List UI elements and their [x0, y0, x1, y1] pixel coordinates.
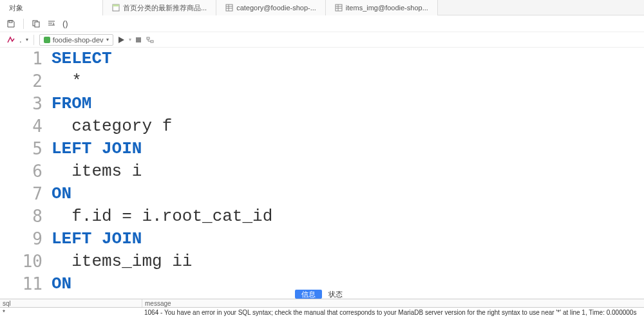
line-number: 1 [0, 48, 52, 70]
code-content[interactable]: category f [52, 115, 172, 138]
chevron-down-icon[interactable]: ▾ [26, 37, 28, 42]
svg-rect-18 [147, 37, 149, 39]
svg-marker-16 [118, 37, 124, 43]
tab-status-label: 状态 [328, 290, 343, 298]
format-sql-icon[interactable] [6, 35, 15, 44]
code-content[interactable]: f.id = i.root_cat_id [52, 205, 272, 228]
result-header-sql: sql [0, 299, 142, 307]
line-number: 3 [0, 93, 52, 115]
table-icon [335, 4, 343, 12]
line-number: 8 [0, 205, 52, 228]
editor-line[interactable]: 6 items i [0, 160, 644, 183]
code-content[interactable]: LEFT JOIN [52, 138, 142, 160]
top-tabs: 对象 首页分类的最新推荐商品... category@foodie-shop-.… [0, 0, 644, 15]
svg-rect-10 [9, 21, 12, 23]
svg-rect-1 [113, 5, 119, 6]
code-content[interactable]: items_img ii [52, 250, 192, 273]
svg-rect-2 [226, 5, 232, 11]
tab-table-items-img[interactable]: items_img@foodie-shop... [326, 0, 438, 15]
svg-rect-12 [35, 22, 39, 27]
chevron-down-icon: ▾ [106, 34, 109, 46]
svg-rect-17 [136, 37, 141, 42]
tab-info-label: 信息 [301, 290, 316, 298]
result-cell-sql: * [0, 308, 142, 318]
result-cell-message: 1064 - You have an error in your SQL syn… [142, 308, 644, 318]
tab-table-items-img-label: items_img@foodie-shop... [346, 0, 428, 15]
result-header-message: message [142, 299, 644, 307]
line-number: 4 [0, 115, 52, 138]
tab-objects[interactable]: 对象 [0, 0, 103, 15]
format-dot: . [19, 35, 22, 44]
result-header: sql message [0, 299, 644, 308]
editor-line[interactable]: 5LEFT JOIN [0, 138, 644, 160]
code-content[interactable]: FROM [52, 93, 91, 115]
code-content[interactable]: ON [52, 273, 71, 290]
tab-info[interactable]: 信息 [295, 290, 322, 299]
chevron-down-icon[interactable]: ▾ [129, 37, 131, 42]
run-icon[interactable] [117, 36, 125, 44]
editor-line[interactable]: 8 f.id = i.root_cat_id [0, 205, 644, 228]
line-number: 2 [0, 70, 52, 93]
tab-status[interactable]: 状态 [322, 290, 349, 299]
tab-table-category-label: category@foodie-shop-... [236, 0, 316, 15]
query-icon [112, 4, 120, 12]
editor-line[interactable]: 4 category f [0, 115, 644, 138]
editor-line[interactable]: 9LEFT JOIN [0, 228, 644, 250]
result-row: * 1064 - You have an error in your SQL s… [0, 308, 644, 318]
code-content[interactable]: * [52, 70, 82, 93]
editor-line[interactable]: 1SELECT [0, 48, 644, 70]
sql-editor[interactable]: 1SELECT2 *3FROM4 category f5LEFT JOIN6 i… [0, 48, 644, 290]
tab-objects-label: 对象 [9, 0, 23, 15]
tab-table-category[interactable]: category@foodie-shop-... [216, 0, 326, 15]
separator [23, 19, 24, 29]
parentheses-label[interactable]: () [62, 19, 68, 28]
save-icon[interactable] [6, 19, 15, 28]
code-content[interactable]: ON [52, 183, 71, 205]
svg-rect-19 [151, 41, 153, 42]
code-content[interactable]: items i [52, 160, 142, 183]
table-icon [225, 4, 233, 12]
line-number: 6 [0, 160, 52, 183]
stop-icon[interactable] [135, 37, 142, 43]
editor-line[interactable]: 11ON [0, 273, 644, 290]
copy-icon[interactable] [32, 19, 41, 28]
editor-line[interactable]: 3FROM [0, 93, 644, 115]
editor-line[interactable]: 10 items_img ii [0, 250, 644, 273]
svg-rect-6 [336, 5, 342, 11]
connection-label: foodie-shop-dev [53, 34, 104, 46]
tab-query-label: 首页分类的最新推荐商品... [123, 0, 207, 15]
code-content[interactable]: SELECT [52, 48, 112, 70]
connection-selector[interactable]: foodie-shop-dev ▾ [39, 34, 113, 46]
explain-icon[interactable] [146, 35, 155, 44]
toolbar-run: . ▾ foodie-shop-dev ▾ ▾ [0, 32, 644, 48]
format-icon[interactable] [47, 19, 56, 28]
line-number: 10 [0, 250, 52, 273]
code-content[interactable]: LEFT JOIN [52, 228, 142, 250]
separator [33, 35, 34, 45]
editor-line[interactable]: 2 * [0, 70, 644, 93]
database-icon [44, 37, 50, 43]
editor-line[interactable]: 7ON [0, 183, 644, 205]
line-number: 11 [0, 273, 52, 290]
toolbar-file: () [0, 15, 644, 32]
tab-query[interactable]: 首页分类的最新推荐商品... [103, 0, 216, 15]
line-number: 9 [0, 228, 52, 250]
line-number: 5 [0, 138, 52, 160]
line-number: 7 [0, 183, 52, 205]
result-tabs: 信息 状态 [0, 290, 644, 299]
